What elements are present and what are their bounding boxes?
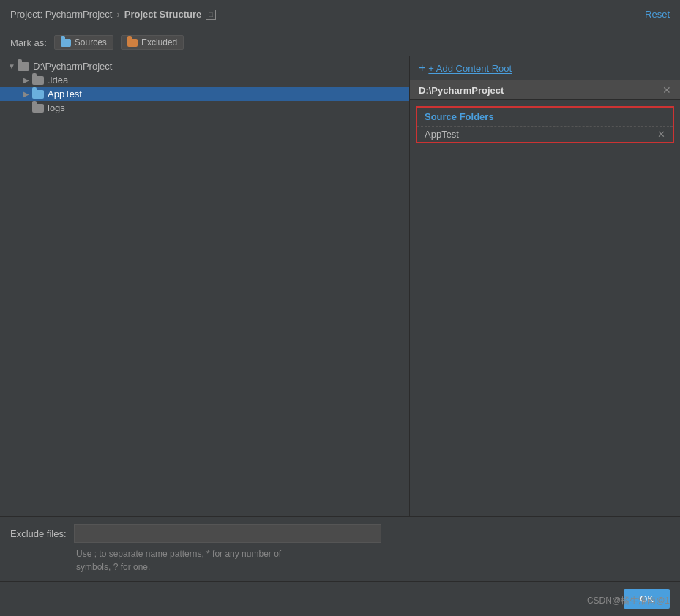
reset-button[interactable]: Reset xyxy=(645,9,670,20)
exclude-files-row: Exclude files: xyxy=(10,524,670,543)
watermark: CSDN@橘生淮南@1 xyxy=(587,595,670,607)
source-folder-item: AppTest ✕ xyxy=(417,126,673,142)
header-bar: Project: PycharmProject › Project Struct… xyxy=(0,0,680,29)
content-root-header: D:\PycharmProject ✕ xyxy=(410,80,680,100)
sources-button[interactable]: Sources xyxy=(54,35,113,50)
tree-item-root[interactable]: ▼ D:\PycharmProject xyxy=(0,59,409,73)
window-icon: □ xyxy=(206,10,216,20)
add-content-root-label: + Add Content Root xyxy=(428,63,512,74)
excluded-folder-icon xyxy=(127,39,138,47)
apptest-label: AppTest xyxy=(48,89,82,99)
tree-item-apptest[interactable]: ▶ AppTest xyxy=(0,87,409,101)
separator: › xyxy=(116,9,119,20)
source-folder-close-icon[interactable]: ✕ xyxy=(657,129,665,140)
hint-line1: Use ; to separate name patterns, * for a… xyxy=(76,549,281,559)
project-structure-dialog: Project: PycharmProject › Project Struct… xyxy=(0,0,680,616)
right-panel: + + Add Content Root D:\PycharmProject ✕… xyxy=(410,56,680,516)
chevron-right-icon-apptest: ▶ xyxy=(20,90,32,98)
add-content-root-bar[interactable]: + + Add Content Root xyxy=(410,56,680,80)
hint-text: Use ; to separate name patterns, * for a… xyxy=(76,547,670,574)
footer: OK CSDN@橘生淮南@1 xyxy=(0,581,680,616)
excluded-label: Excluded xyxy=(141,37,177,48)
chevron-down-icon: ▼ xyxy=(6,62,18,70)
tree-item-logs[interactable]: logs xyxy=(0,101,409,115)
spacer-icon xyxy=(20,104,32,112)
idea-folder-icon xyxy=(32,76,44,85)
header-title: Project: PycharmProject › Project Struct… xyxy=(10,9,216,20)
main-content: ▼ D:\PycharmProject ▶ .idea ▶ AppTest xyxy=(0,56,680,516)
content-root-close-icon[interactable]: ✕ xyxy=(662,84,671,96)
bottom-section: Exclude files: Use ; to separate name pa… xyxy=(0,516,680,581)
content-root-title: D:\PycharmProject xyxy=(419,85,504,96)
tree-panel: ▼ D:\PycharmProject ▶ .idea ▶ AppTest xyxy=(0,56,410,516)
plus-icon: + xyxy=(419,62,425,74)
hint-line2: symbols, ? for one. xyxy=(76,562,150,572)
idea-label: .idea xyxy=(48,75,68,86)
source-folder-name: AppTest xyxy=(425,129,459,140)
source-folders-title: Source Folders xyxy=(425,111,494,122)
excluded-button[interactable]: Excluded xyxy=(121,35,184,50)
section-label: Project Structure xyxy=(124,9,201,20)
apptest-folder-icon xyxy=(32,90,44,99)
exclude-label: Exclude files: xyxy=(10,528,67,539)
root-folder-icon xyxy=(18,62,29,71)
sources-label: Sources xyxy=(75,37,107,48)
mark-as-bar: Mark as: Sources Excluded xyxy=(0,29,680,56)
source-folders-header: Source Folders xyxy=(417,108,673,126)
source-folders-section: Source Folders AppTest ✕ xyxy=(416,106,674,143)
project-name-label: Project: PycharmProject xyxy=(10,9,112,20)
exclude-input[interactable] xyxy=(74,524,381,543)
root-label: D:\PycharmProject xyxy=(33,61,112,72)
mark-as-label: Mark as: xyxy=(10,37,47,48)
tree-item-idea[interactable]: ▶ .idea xyxy=(0,73,409,87)
logs-label: logs xyxy=(48,102,65,113)
sources-folder-icon xyxy=(61,39,71,47)
chevron-right-icon: ▶ xyxy=(20,76,32,84)
logs-folder-icon xyxy=(32,104,44,113)
